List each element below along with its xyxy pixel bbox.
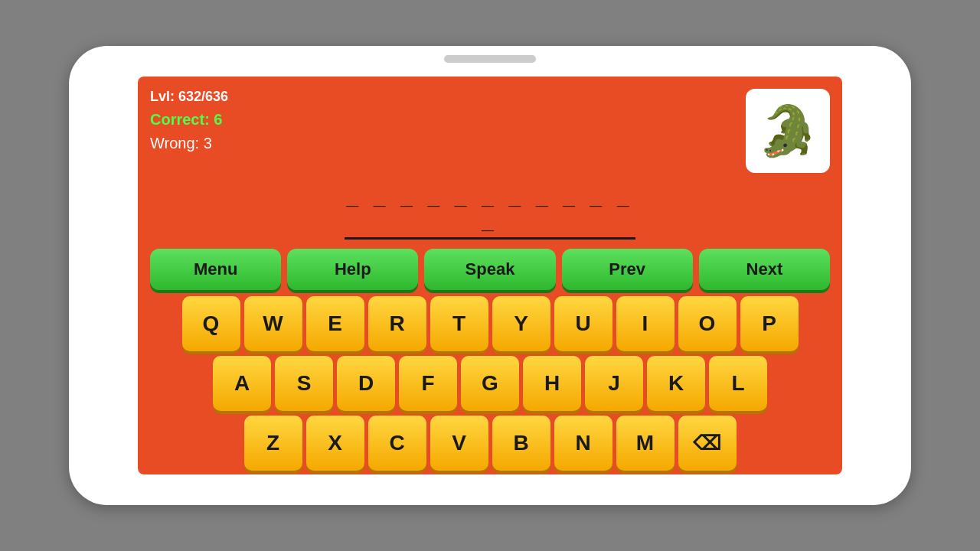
key-R[interactable]: R [368, 296, 426, 351]
key-U[interactable]: U [554, 296, 612, 351]
key-F[interactable]: F [399, 356, 457, 411]
key-O[interactable]: O [678, 296, 737, 351]
animal-image: 🐊 [746, 89, 830, 173]
key-M[interactable]: M [616, 416, 675, 471]
device: Lvl: 632/636 Correct: 6 Wrong: 3 🐊 _ _ _… [69, 46, 911, 505]
prev-button[interactable]: Prev [562, 249, 693, 290]
keyboard: Q W E R T Y U I O P A S D F G H J K [150, 296, 830, 471]
next-button[interactable]: Next [699, 249, 830, 290]
key-X[interactable]: X [306, 416, 364, 471]
key-Q[interactable]: Q [182, 296, 240, 351]
key-A[interactable]: A [213, 356, 271, 411]
key-N[interactable]: N [554, 416, 612, 471]
help-button[interactable]: Help [287, 249, 418, 290]
key-H[interactable]: H [523, 356, 581, 411]
speak-button[interactable]: Speak [424, 249, 555, 290]
key-Z[interactable]: Z [244, 416, 302, 471]
menu-button[interactable]: Menu [150, 249, 281, 290]
key-D[interactable]: D [337, 356, 395, 411]
key-L[interactable]: L [709, 356, 767, 411]
keyboard-row-2: A S D F G H J K L [213, 356, 767, 411]
word-dashes: _ _ _ _ _ _ _ _ _ _ _ _ [345, 185, 635, 240]
key-G[interactable]: G [461, 356, 519, 411]
nav-buttons: Menu Help Speak Prev Next [150, 249, 830, 290]
key-T[interactable]: T [430, 296, 488, 351]
key-Y[interactable]: Y [492, 296, 550, 351]
wrong-text: Wrong: 3 [150, 135, 228, 152]
key-S[interactable]: S [275, 356, 333, 411]
key-I[interactable]: I [616, 296, 675, 351]
key-E[interactable]: E [306, 296, 364, 351]
key-C[interactable]: C [368, 416, 426, 471]
key-V[interactable]: V [430, 416, 488, 471]
key-W[interactable]: W [244, 296, 302, 351]
key-B[interactable]: B [492, 416, 550, 471]
level-text: Lvl: 632/636 [150, 89, 228, 105]
correct-text: Correct: 6 [150, 111, 228, 129]
keyboard-row-1: Q W E R T Y U I O P [182, 296, 799, 351]
key-K[interactable]: K [647, 356, 705, 411]
backspace-icon: ⌫ [693, 432, 721, 455]
screen: Lvl: 632/636 Correct: 6 Wrong: 3 🐊 _ _ _… [138, 77, 842, 474]
key-P[interactable]: P [740, 296, 799, 351]
animal-emoji: 🐊 [757, 103, 818, 160]
keyboard-row-3: Z X C V B N M ⌫ [244, 416, 737, 471]
info-area: Lvl: 632/636 Correct: 6 Wrong: 3 [150, 89, 228, 152]
backspace-button[interactable]: ⌫ [678, 416, 737, 471]
key-J[interactable]: J [585, 356, 643, 411]
top-area: Lvl: 632/636 Correct: 6 Wrong: 3 🐊 [150, 89, 830, 173]
device-notch [444, 55, 536, 63]
